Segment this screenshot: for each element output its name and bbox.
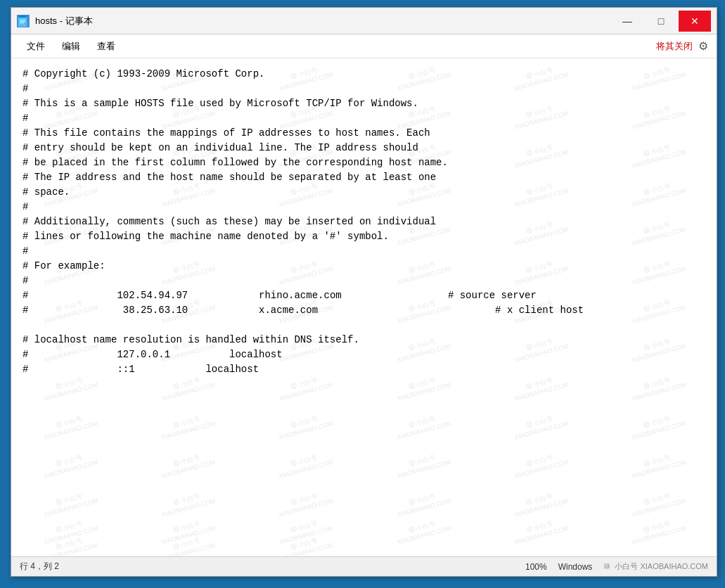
menu-edit[interactable]: 编辑: [55, 38, 87, 55]
status-watermark: ⑩ 小白号 XIAOBAIHAO.COM: [603, 561, 708, 572]
menu-bar-left: 文件 编辑 查看: [20, 38, 122, 55]
svg-rect-3: [20, 21, 25, 22]
notepad-icon: [17, 15, 30, 27]
menu-bar-right: 将其关闭 ⚙: [656, 39, 708, 53]
maximize-button[interactable]: □: [645, 11, 677, 32]
notepad-window: hosts - 记事本 — □ ✕ 文件 编辑 查看 将其关闭 ⚙ ⑩ 小白号X…: [11, 7, 717, 577]
svg-rect-1: [18, 15, 27, 18]
menu-file[interactable]: 文件: [20, 38, 52, 55]
watermark-circle-icon: ⑩: [603, 562, 610, 571]
content-area: ⑩ 小白号XIAOBAIHAO.COM ⑩ 小白号XIAOBAIHAO.COM …: [11, 58, 717, 556]
gear-icon[interactable]: ⚙: [698, 39, 708, 53]
menu-bar: 文件 编辑 查看 将其关闭 ⚙: [11, 34, 717, 58]
minimize-button[interactable]: —: [611, 11, 643, 32]
encoding-label: Windows: [558, 562, 593, 572]
title-bar-controls: — □ ✕: [611, 11, 711, 32]
svg-rect-2: [20, 20, 25, 20]
text-editor[interactable]: # Copyright (c) 1993-2009 Microsoft Corp…: [11, 58, 717, 556]
window-title: hosts - 记事本: [35, 15, 93, 27]
status-bar: 行 4，列 2 100% Windows ⑩ 小白号 XIAOBAIHAO.CO…: [11, 556, 717, 576]
title-bar: hosts - 记事本 — □ ✕: [11, 8, 717, 34]
status-left: 行 4，列 2: [20, 561, 59, 573]
svg-rect-4: [20, 23, 24, 23]
status-right: 100% Windows ⑩ 小白号 XIAOBAIHAO.COM: [525, 561, 708, 572]
zoom-level: 100%: [525, 562, 547, 572]
cursor-position: 行 4，列 2: [20, 561, 59, 573]
title-bar-left: hosts - 记事本: [17, 15, 93, 27]
close-button[interactable]: ✕: [679, 11, 711, 32]
close-hint-label: 将其关闭: [656, 40, 693, 53]
menu-view[interactable]: 查看: [90, 38, 122, 55]
watermark-brand: 小白号 XIAOBAIHAO.COM: [615, 561, 708, 572]
